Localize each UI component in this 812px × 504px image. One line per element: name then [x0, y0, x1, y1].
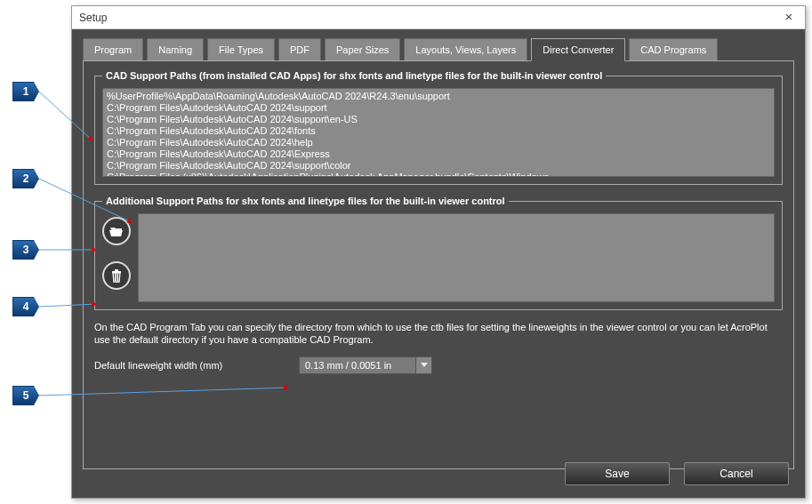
lineweight-select[interactable]: 0.13 mm / 0.0051 in: [299, 356, 432, 374]
tab-program[interactable]: Program: [83, 38, 143, 61]
delete-button[interactable]: [102, 261, 131, 290]
folder-open-icon: [109, 225, 124, 237]
path-item[interactable]: %UserProfile%\AppData\Roaming\Autodesk\A…: [107, 91, 770, 102]
path-item[interactable]: C:\Program Files\Autodesk\AutoCAD 2024\s…: [107, 102, 770, 114]
callout-3: 3: [12, 240, 39, 260]
tab-strip: Program Naming File Types PDF Paper Size…: [83, 38, 794, 61]
chevron-down-icon: [415, 357, 431, 373]
callout-5: 5: [12, 386, 39, 405]
additional-paths-list[interactable]: [138, 213, 775, 302]
window-title: Setup: [79, 12, 780, 24]
lineweight-label: Default lineweight width (mm): [94, 360, 290, 371]
path-item[interactable]: C:\Program Files\Autodesk\AutoCAD 2024\h…: [107, 137, 770, 148]
path-item[interactable]: C:\Program Files\Autodesk\AutoCAD 2024\s…: [107, 114, 770, 125]
additional-support-paths-legend: Additional Support Paths for shx fonts a…: [102, 196, 509, 206]
titlebar: Setup ×: [72, 6, 805, 29]
lineweight-row: Default lineweight width (mm) 0.13 mm / …: [94, 356, 783, 374]
tab-pdf[interactable]: PDF: [278, 38, 321, 61]
cancel-button[interactable]: Cancel: [684, 462, 789, 485]
path-item[interactable]: C:\Program Files (x86)\Autodesk\Applicat…: [107, 172, 770, 177]
additional-support-paths-group: Additional Support Paths for shx fonts a…: [94, 196, 783, 310]
cad-support-paths-legend: CAD Support Paths (from installed CAD Ap…: [102, 70, 606, 81]
path-item[interactable]: C:\Program Files\Autodesk\AutoCAD 2024\E…: [107, 148, 770, 160]
setup-dialog: Setup × Program Naming File Types PDF Pa…: [71, 5, 806, 499]
tab-cad-programs[interactable]: CAD Programs: [629, 38, 718, 61]
tab-panel: CAD Support Paths (from installed CAD Ap…: [83, 60, 794, 469]
close-icon[interactable]: ×: [780, 9, 798, 27]
cad-support-paths-list[interactable]: %UserProfile%\AppData\Roaming\Autodesk\A…: [102, 88, 775, 177]
save-button[interactable]: Save: [565, 462, 670, 485]
tab-paper-sizes[interactable]: Paper Sizes: [325, 38, 400, 61]
callout-4: 4: [12, 297, 39, 316]
svg-rect-6: [115, 269, 118, 271]
tab-file-types[interactable]: File Types: [207, 38, 275, 61]
trash-icon: [110, 268, 123, 283]
tab-naming[interactable]: Naming: [147, 38, 204, 61]
dialog-footer: Save Cancel: [565, 462, 789, 485]
tab-direct-converter[interactable]: Direct Converter: [531, 38, 625, 61]
ctb-note: On the CAD Program Tab you can specify t…: [94, 321, 783, 346]
callout-1: 1: [12, 82, 39, 101]
path-item[interactable]: C:\Program Files\Autodesk\AutoCAD 2024\f…: [107, 125, 770, 137]
path-item[interactable]: C:\Program Files\Autodesk\AutoCAD 2024\s…: [107, 160, 770, 172]
add-folder-button[interactable]: [102, 217, 131, 245]
tab-layouts[interactable]: Layouts, Views, Layers: [404, 38, 527, 61]
cad-support-paths-group: CAD Support Paths (from installed CAD Ap…: [94, 70, 783, 185]
callout-2: 2: [12, 169, 39, 188]
lineweight-value: 0.13 mm / 0.0051 in: [305, 360, 391, 371]
